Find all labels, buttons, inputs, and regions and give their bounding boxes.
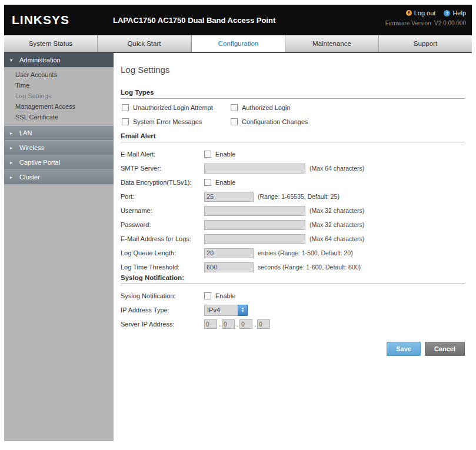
firmware-version: Firmware Version: V2.0.00.000 <box>342 20 466 26</box>
syslog-heading: Syslog Notification: <box>121 274 465 284</box>
log-queue-length-input[interactable] <box>204 248 254 258</box>
arrow-down-icon: ▼ <box>241 310 245 313</box>
sidebar-section-lan[interactable]: ▸ LAN <box>4 126 114 141</box>
unauthorized-login-checkbox[interactable] <box>122 104 129 111</box>
chevron-down-icon: ▾ <box>10 58 15 63</box>
header: LINKSYS LAPAC1750 AC1750 Dual Band Acces… <box>4 5 472 35</box>
select-stepper-icon[interactable]: ▲ ▼ <box>238 305 248 316</box>
field-label: Log Time Threshold: <box>121 264 204 271</box>
server-ip-octet-2[interactable] <box>222 319 235 329</box>
server-ip-octet-1[interactable] <box>204 319 217 329</box>
logo-text: LINKSYS <box>12 13 69 27</box>
syslog-enable-row: Syslog Notification: Enable <box>121 289 465 303</box>
tab-maintenance[interactable]: Maintenance <box>285 35 379 52</box>
field-hint: (Range: 1-65535, Default: 25) <box>258 193 339 200</box>
sidebar-item-management-access[interactable]: Management Access <box>4 101 114 112</box>
enable-label: Enable <box>215 292 235 299</box>
chevron-right-icon: ▸ <box>10 131 15 136</box>
server-ip-octet-3[interactable] <box>239 319 252 329</box>
sidebar-section-cluster[interactable]: ▸ Cluster <box>4 170 114 185</box>
field-label: E-Mail Alert: <box>121 151 204 158</box>
username-input[interactable] <box>204 206 305 216</box>
log-types-row-2: System Error Messages Configuration Chan… <box>122 118 465 125</box>
section-label: LAN <box>19 129 32 136</box>
smtp-server-row: SMTP Server: (Max 64 characters) <box>121 161 465 175</box>
configuration-changes-checkbox[interactable] <box>231 118 238 125</box>
body: ▾ Administration User Accounts Time Log … <box>4 53 472 441</box>
field-hint: seconds (Range: 1-600, Default: 600) <box>258 264 361 271</box>
sidebar-item-ssl-certificate[interactable]: SSL Certificate <box>4 112 114 122</box>
octet-separator: . <box>254 321 256 328</box>
port-row: Port: (Range: 1-65535, Default: 25) <box>121 189 465 204</box>
email-address-for-logs-input[interactable] <box>204 234 305 244</box>
field-label: IP Address Type: <box>121 306 204 314</box>
field-hint: (Max 32 characters) <box>309 207 364 214</box>
server-ip-address-row: Server IP Address: . . . <box>121 317 465 331</box>
field-label: Port: <box>121 193 204 200</box>
enable-label: Enable <box>215 151 235 158</box>
select-value: IPv4 <box>204 305 238 316</box>
enable-label: Enable <box>215 179 235 186</box>
email-address-row: E-Mail Address for Logs: (Max 64 charact… <box>121 232 465 246</box>
cancel-button[interactable]: Cancel <box>425 342 465 356</box>
field-label: Password: <box>121 221 204 228</box>
log-time-threshold-input[interactable] <box>204 262 254 272</box>
tab-configuration[interactable]: Configuration <box>191 35 285 52</box>
checkbox-label: Configuration Changes <box>242 118 308 125</box>
sidebar-item-user-accounts[interactable]: User Accounts <box>4 69 114 80</box>
octet-separator: . <box>219 321 221 328</box>
chevron-right-icon: ▸ <box>10 160 15 165</box>
octet-separator: . <box>237 321 238 328</box>
device-title: LAPAC1750 AC1750 Dual Band Access Point <box>109 5 342 35</box>
log-queue-length-row: Log Queue Length: entries (Range: 1-500,… <box>121 246 465 260</box>
data-encryption-row: Data Encryption(TLSv1): Enable <box>121 175 465 189</box>
field-hint: entries (Range: 1-500, Default: 20) <box>258 249 353 256</box>
ip-address-type-select[interactable]: IPv4 ▲ ▼ <box>204 305 248 316</box>
action-buttons: Save Cancel <box>121 342 465 356</box>
sidebar-section-administration[interactable]: ▾ Administration <box>4 53 114 68</box>
port-input[interactable] <box>204 192 254 202</box>
tab-system-status[interactable]: System Status <box>4 35 98 52</box>
help-icon: ? <box>444 10 450 16</box>
save-button[interactable]: Save <box>387 342 421 356</box>
syslog-enable-checkbox[interactable] <box>204 292 211 299</box>
logout-icon <box>406 10 412 16</box>
section-label: Administration <box>19 56 61 64</box>
ip-address-type-row: IP Address Type: IPv4 ▲ ▼ <box>121 303 465 317</box>
tab-support[interactable]: Support <box>379 35 472 52</box>
log-types-heading: Log Types <box>121 89 465 99</box>
data-encryption-enable-checkbox[interactable] <box>204 179 211 186</box>
section-label: Captive Portal <box>19 159 60 166</box>
system-error-messages-checkbox[interactable] <box>122 118 129 125</box>
help-link[interactable]: ? Help <box>444 9 466 16</box>
field-label: Log Queue Length: <box>121 249 204 256</box>
administration-submenu: User Accounts Time Log Settings Manageme… <box>4 68 114 126</box>
tab-quick-start[interactable]: Quick Start <box>98 35 191 52</box>
email-alert-enable-checkbox[interactable] <box>204 151 211 158</box>
field-hint: (Max 64 characters) <box>309 165 364 172</box>
sidebar-item-log-settings[interactable]: Log Settings <box>4 91 114 101</box>
logout-label: Log out <box>414 9 436 16</box>
field-hint: (Max 32 characters) <box>309 221 364 228</box>
linksys-logo: LINKSYS <box>4 5 109 35</box>
username-row: Username: (Max 32 characters) <box>121 204 465 218</box>
server-ip-octet-4[interactable] <box>257 319 270 329</box>
smtp-server-input[interactable] <box>204 164 305 174</box>
logout-link[interactable]: Log out <box>406 9 436 16</box>
checkbox-label: Authorized Login <box>242 104 291 111</box>
sidebar-section-wireless[interactable]: ▸ Wireless <box>4 141 114 155</box>
chevron-right-icon: ▸ <box>10 175 15 180</box>
authorized-login-checkbox[interactable] <box>231 104 238 111</box>
email-alert-heading: Email Alert <box>121 132 465 142</box>
sidebar-section-captive-portal[interactable]: ▸ Captive Portal <box>4 155 114 170</box>
section-label: Wireless <box>19 144 44 151</box>
sidebar-item-time[interactable]: Time <box>4 80 114 91</box>
header-right: Log out ? Help Firmware Version: V2.0.00… <box>342 5 472 35</box>
checkbox-label: System Error Messages <box>133 118 202 125</box>
log-types-row-1: Unauthorized Login Attempt Authorized Lo… <box>122 104 465 111</box>
password-row: Password: (Max 32 characters) <box>121 218 465 232</box>
sidebar: ▾ Administration User Accounts Time Log … <box>4 53 114 441</box>
app-shell: LINKSYS LAPAC1750 AC1750 Dual Band Acces… <box>4 5 472 441</box>
password-input[interactable] <box>204 220 305 230</box>
field-label: Username: <box>121 207 204 214</box>
